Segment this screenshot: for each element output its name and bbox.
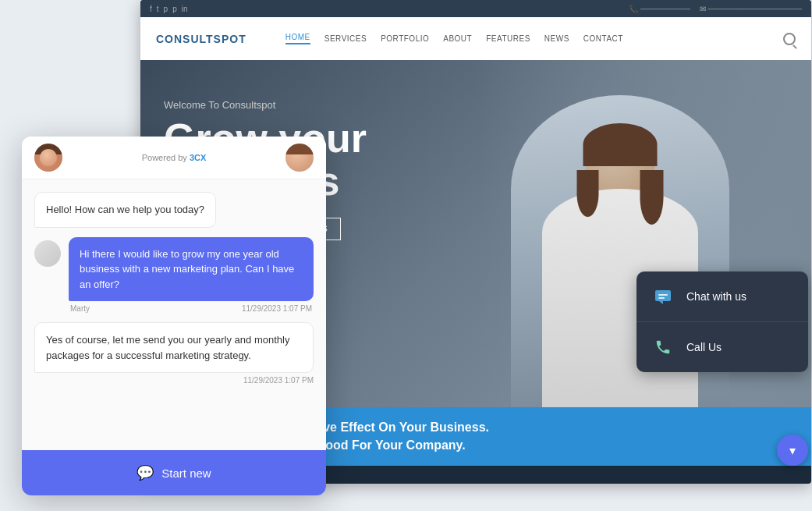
chevron-down-icon: ▾	[789, 443, 796, 458]
nav-item-portfolio[interactable]: PORTFOLIO	[381, 34, 429, 43]
svg-rect-2	[658, 297, 665, 299]
phone-icon: 📞 ─────────	[629, 5, 690, 13]
woman-hair	[583, 123, 658, 166]
woman-hair-side-right	[640, 170, 664, 225]
chat-footer-bar[interactable]: 💬 Start new	[22, 450, 326, 495]
action-popup: Chat with us Call Us	[636, 271, 808, 372]
svg-rect-1	[658, 294, 668, 296]
chat-header: Powered by 3CX	[22, 137, 326, 179]
nav-item-contact[interactable]: CONTACT	[583, 34, 623, 43]
email-icon: ✉ ─────────────────	[700, 5, 802, 13]
website-topbar: f t p p in 📞 ───────── ✉ ───────────────…	[140, 0, 811, 17]
call-us-label: Call Us	[686, 341, 722, 353]
message-received: Hello! How can we help you today?	[34, 192, 271, 228]
nav-item-features[interactable]: FEATURES	[486, 34, 530, 43]
message-meta-reply: 11/29/2023 1:07 PM	[34, 376, 314, 385]
nav-item-about[interactable]: ABOUT	[443, 34, 472, 43]
chat-messages: Hello! How can we help you today? Hi the…	[22, 179, 326, 450]
woman-hair-side-left	[577, 170, 599, 217]
start-new-label: Start new	[161, 467, 211, 480]
message-reply-row: Yes of course, let me send you our yearl…	[34, 322, 314, 385]
chat-powered-label: Powered by 3CX	[70, 153, 278, 162]
hero-subtitle: Welcome To Consultspot	[164, 99, 367, 111]
social-pinterest: p	[164, 5, 168, 13]
sender-name: Marty	[70, 304, 90, 313]
nav-logo: CONSULTSPOT	[156, 33, 246, 45]
message-sender-avatar	[34, 240, 61, 267]
scroll-down-button[interactable]: ▾	[777, 435, 808, 466]
nav-item-news[interactable]: NEWS	[544, 34, 569, 43]
chat-footer-icon: 💬	[137, 464, 154, 481]
chat-with-us-label: Chat with us	[686, 290, 746, 303]
social-linkedin: in	[182, 5, 188, 13]
nav-item-services[interactable]: SERVICES	[324, 34, 367, 43]
search-icon[interactable]	[783, 33, 796, 45]
message-bubble-reply: Yes of course, let me send you our yearl…	[34, 322, 314, 373]
message-meta-sent: Marty 11/29/2023 1:07 PM	[69, 304, 314, 313]
message-sent-row: Hi there I would like to grow my one yea…	[34, 237, 314, 314]
message-sent-content: Hi there I would like to grow my one yea…	[69, 237, 314, 314]
chat-user-avatar	[285, 144, 314, 172]
chat-with-us-item[interactable]: Chat with us	[636, 271, 808, 322]
chat-widget-panel: Powered by 3CX Hello! How can we help yo…	[22, 137, 326, 495]
sender-date: 11/29/2023 1:07 PM	[242, 304, 312, 313]
social-pinterest2: p	[172, 5, 177, 13]
call-us-icon	[651, 335, 675, 360]
call-us-item[interactable]: Call Us	[636, 322, 808, 372]
nav-items: HOME SERVICES PORTFOLIO ABOUT FEATURES N…	[285, 33, 760, 44]
chat-agent-avatar	[34, 144, 62, 172]
message-bubble-received: Hello! How can we help you today?	[34, 192, 216, 228]
message-bubble-sent: Hi there I would like to grow my one yea…	[69, 237, 314, 302]
nav-item-home[interactable]: HOME	[285, 33, 310, 44]
topbar-contact: 📞 ───────── ✉ ─────────────────	[629, 5, 802, 13]
chat-popup-icon	[651, 284, 675, 309]
social-links: f t p p in	[150, 5, 187, 13]
social-twitter: t	[157, 5, 159, 13]
website-nav: CONSULTSPOT HOME SERVICES PORTFOLIO ABOU…	[140, 17, 811, 60]
social-facebook: f	[150, 5, 152, 13]
